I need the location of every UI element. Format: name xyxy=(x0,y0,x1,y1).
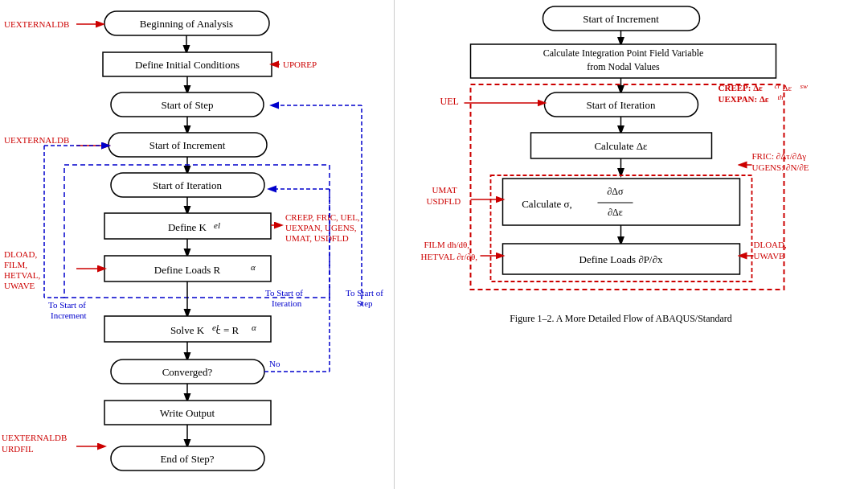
svg-text:UEXPAN: Δε: UEXPAN: Δε xyxy=(719,94,769,104)
svg-text:To Start of: To Start of xyxy=(346,288,383,298)
svg-text:sw: sw xyxy=(800,82,809,90)
svg-text:th: th xyxy=(778,93,784,101)
svg-text:cr: cr xyxy=(775,82,781,90)
svg-text:UEXTERNALDB: UEXTERNALDB xyxy=(2,433,67,442)
svg-text:Define Loads R: Define Loads R xyxy=(154,264,221,276)
svg-text:Start of Iteration: Start of Iteration xyxy=(587,99,656,111)
svg-text:FILM dh/dθ,: FILM dh/dθ, xyxy=(424,240,470,249)
svg-text:Solve K: Solve K xyxy=(170,324,205,336)
svg-text:∂Δσ: ∂Δσ xyxy=(607,186,624,197)
svg-text:Step: Step xyxy=(357,298,373,308)
svg-text:Calculate Δε: Calculate Δε xyxy=(594,140,648,152)
left-diagram-svg: Beginning of Analysis Define Initial Con… xyxy=(0,0,394,489)
svg-text:FILM,: FILM, xyxy=(4,260,27,269)
svg-text:Beginning of Analysis: Beginning of Analysis xyxy=(140,18,233,30)
right-diagram: Start of Increment Calculate Integration… xyxy=(394,0,868,489)
svg-text:URDFIL: URDFIL xyxy=(2,444,34,454)
svg-text:c = R: c = R xyxy=(216,324,240,336)
svg-text:To Start of: To Start of xyxy=(265,288,303,298)
svg-text:UEXTERNALDB: UEXTERNALDB xyxy=(4,19,69,29)
svg-text:Define Loads ∂P/∂x: Define Loads ∂P/∂x xyxy=(579,253,663,265)
svg-text:FRIC: ∂Δτ/∂Δγ: FRIC: ∂Δτ/∂Δγ xyxy=(752,151,807,161)
svg-text:DLOAD,: DLOAD, xyxy=(754,240,787,249)
svg-text:Start of Increment: Start of Increment xyxy=(583,13,659,25)
svg-text:UPOREP: UPOREP xyxy=(283,60,317,69)
svg-text:Iteration: Iteration xyxy=(272,298,302,308)
svg-text:Start of Iteration: Start of Iteration xyxy=(153,179,222,191)
svg-text:CREEP, FRIC, UEL,: CREEP, FRIC, UEL, xyxy=(285,212,360,222)
svg-text:HETVAL ∂r/∂θ,: HETVAL ∂r/∂θ, xyxy=(421,252,478,261)
svg-text:UEL: UEL xyxy=(440,96,459,107)
svg-text:Write Output: Write Output xyxy=(160,407,215,419)
svg-text:α: α xyxy=(252,323,256,332)
svg-text:Increment: Increment xyxy=(51,310,87,320)
svg-text:HETVAL,: HETVAL, xyxy=(4,270,41,280)
svg-text:from Nodal Values: from Nodal Values xyxy=(587,61,660,72)
svg-text:UMAT, USDFLD: UMAT, USDFLD xyxy=(285,233,349,243)
svg-text:USDFLD: USDFLD xyxy=(427,196,461,206)
svg-text:To Start of: To Start of xyxy=(48,300,86,310)
svg-text:Start of Increment: Start of Increment xyxy=(149,139,226,151)
svg-text:End of Step?: End of Step? xyxy=(160,453,214,465)
svg-text:UWAVE: UWAVE xyxy=(4,281,35,290)
svg-text:UWAVE: UWAVE xyxy=(754,251,785,261)
svg-text:UEXTERNALDB: UEXTERNALDB xyxy=(4,135,69,145)
svg-text:Figure 1–2.  A More Detailed F: Figure 1–2. A More Detailed Flow of ABAQ… xyxy=(510,313,732,324)
svg-text:el: el xyxy=(214,220,220,230)
svg-text:∂Δε: ∂Δε xyxy=(608,207,623,218)
svg-text:UEXPAN, UGENS,: UEXPAN, UGENS, xyxy=(285,223,357,232)
right-diagram-svg: Start of Increment Calculate Integration… xyxy=(395,0,868,489)
svg-text:Define K: Define K xyxy=(168,221,207,233)
svg-text:Calculate σ,: Calculate σ, xyxy=(522,198,572,210)
left-diagram: Beginning of Analysis Define Initial Con… xyxy=(0,0,394,489)
svg-text:α: α xyxy=(251,262,256,272)
svg-text:Calculate Integration Point Fi: Calculate Integration Point Field Variab… xyxy=(543,47,704,59)
svg-text:DLOAD,: DLOAD, xyxy=(4,249,37,259)
svg-text:Converged?: Converged? xyxy=(162,366,213,378)
svg-text:UMAT: UMAT xyxy=(432,185,457,195)
svg-text:Define Initial Conditions: Define Initial Conditions xyxy=(135,59,240,71)
svg-text:UGENS: ∂N/∂E: UGENS: ∂N/∂E xyxy=(752,162,809,172)
svg-text:No: No xyxy=(269,359,280,368)
main-container: Beginning of Analysis Define Initial Con… xyxy=(0,0,868,489)
svg-text:Start of Step: Start of Step xyxy=(162,99,214,111)
